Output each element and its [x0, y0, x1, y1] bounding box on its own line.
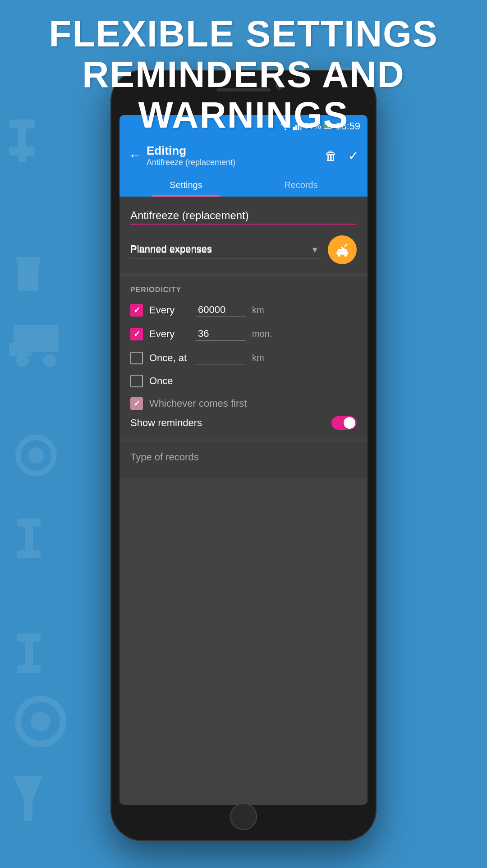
checkbox-once[interactable] — [130, 375, 143, 387]
phone-device: 77% ⚡ 16:59 ← — [110, 70, 377, 841]
expense-icon-button[interactable] — [328, 235, 357, 264]
period-row-every-mon: Every mon. — [130, 327, 357, 341]
svg-rect-2 — [9, 147, 35, 156]
once-at-label: Once, at — [149, 352, 190, 364]
checkbox-every-mon[interactable] — [130, 328, 143, 340]
expense-dropdown-wrap: Planned expensesFuelServiceOther ▼ Plann… — [130, 241, 321, 258]
name-section: Planned expensesFuelServiceOther ▼ Plann… — [119, 197, 368, 273]
svg-rect-51 — [336, 252, 348, 255]
checkbox-every-km[interactable] — [130, 304, 143, 317]
confirm-button[interactable]: ✓ — [348, 148, 358, 163]
svg-rect-30 — [17, 634, 41, 642]
svg-rect-5 — [14, 325, 59, 352]
periodicity-section: PERIODICITY Every km Every mon — [119, 277, 368, 439]
expense-row: Planned expensesFuelServiceOther ▼ Plann… — [130, 235, 357, 264]
checkbox-once-at[interactable] — [130, 352, 143, 364]
type-of-records-section: Type of records — [119, 442, 368, 478]
svg-rect-21 — [18, 268, 38, 291]
svg-rect-33 — [17, 519, 41, 527]
mon-value-input[interactable] — [196, 327, 246, 341]
svg-rect-31 — [17, 665, 41, 673]
app-bar: ← Editing Antifreeze (replacement) 🗑 ✓ — [119, 138, 368, 197]
periodicity-title: PERIODICITY — [130, 286, 357, 294]
svg-marker-39 — [14, 776, 43, 821]
svg-point-8 — [43, 354, 56, 367]
app-bar-actions: 🗑 ✓ — [325, 148, 358, 163]
app-bar-left: ← Editing Antifreeze (replacement) — [129, 144, 235, 167]
app-bar-subtitle: Antifreeze (replacement) — [147, 158, 235, 167]
svg-rect-34 — [17, 550, 41, 558]
delete-button[interactable]: 🗑 — [325, 148, 337, 163]
checkbox-whichever[interactable] — [130, 397, 143, 410]
expense-type-dropdown[interactable]: Planned expensesFuelServiceOther — [130, 241, 321, 258]
period-row-every-km: Every km — [130, 303, 357, 317]
screen-content: Planned expensesFuelServiceOther ▼ Plann… — [119, 197, 368, 798]
header-title: FLEXIBLE SETTINGS REMINDERS AND WARNINGS — [0, 14, 487, 136]
svg-rect-29 — [25, 636, 33, 672]
header-section: FLEXIBLE SETTINGS REMINDERS AND WARNINGS — [0, 0, 487, 136]
back-button[interactable]: ← — [129, 148, 141, 163]
svg-point-52 — [338, 254, 340, 257]
app-bar-top: ← Editing Antifreeze (replacement) 🗑 ✓ — [129, 144, 358, 174]
svg-point-53 — [345, 254, 347, 257]
phone-screen: 77% ⚡ 16:59 ← — [119, 115, 368, 805]
once-at-value-input[interactable] — [196, 351, 246, 365]
show-reminders-label: Show reminders — [130, 417, 202, 429]
every-km-label: Every — [149, 304, 190, 316]
svg-point-17 — [31, 712, 51, 731]
period-row-whichever: Whichever comes first — [130, 397, 357, 410]
svg-marker-22 — [16, 257, 41, 268]
tabs: Settings Records — [129, 174, 358, 197]
svg-rect-32 — [25, 521, 33, 557]
once-label: Once — [149, 375, 190, 387]
whichever-label: Whichever comes first — [149, 398, 247, 409]
toggle-thumb — [344, 417, 355, 429]
svg-point-16 — [18, 699, 63, 744]
phone-shell: 77% ⚡ 16:59 ← — [110, 70, 377, 841]
show-reminders-toggle[interactable] — [331, 416, 357, 430]
period-row-once-at: Once, at km — [130, 351, 357, 365]
name-input-wrap — [130, 207, 357, 225]
svg-point-14 — [28, 447, 44, 464]
show-reminders-row: Show reminders — [130, 416, 357, 430]
car-wrench-icon — [334, 242, 350, 258]
period-row-once: Once — [130, 375, 357, 387]
km-unit-label: km — [252, 305, 275, 315]
once-at-unit-label: km — [252, 353, 275, 363]
svg-point-13 — [18, 437, 54, 473]
km-value-input[interactable] — [196, 303, 246, 317]
svg-point-7 — [16, 354, 29, 367]
mon-unit-label: mon. — [252, 329, 275, 339]
tab-records[interactable]: Records — [244, 174, 358, 197]
app-bar-title-group: Editing Antifreeze (replacement) — [147, 144, 235, 167]
home-button[interactable] — [230, 803, 257, 830]
app-bar-title: Editing — [147, 144, 235, 158]
svg-rect-6 — [9, 343, 32, 356]
name-input[interactable] — [130, 207, 357, 225]
type-of-records-label: Type of records — [130, 451, 199, 463]
every-mon-label: Every — [149, 328, 190, 340]
tab-settings[interactable]: Settings — [129, 174, 244, 197]
